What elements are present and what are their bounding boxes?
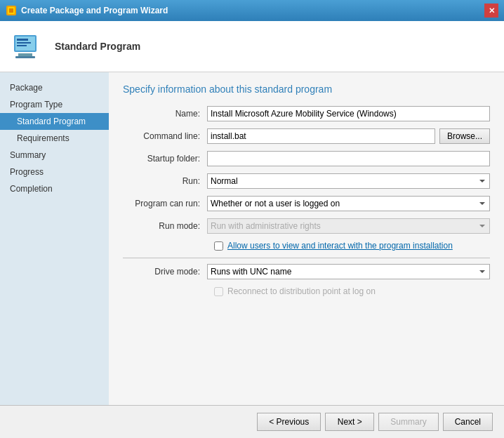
command-line-row: Command line: Browse... [123, 128, 490, 144]
drive-mode-control-wrap: Runs with UNC name Requires drive letter… [207, 264, 490, 279]
svg-rect-7 [17, 39, 28, 41]
browse-button[interactable]: Browse... [439, 128, 490, 144]
command-line-control-wrap: Browse... [207, 128, 490, 144]
reconnect-checkbox[interactable] [214, 287, 223, 296]
reconnect-label: Reconnect to distribution point at log o… [227, 286, 376, 296]
drive-mode-row: Drive mode: Runs with UNC name Requires … [123, 264, 490, 279]
wizard-header: Standard Program [0, 21, 504, 72]
svg-rect-8 [17, 42, 31, 44]
run-mode-label: Run mode: [123, 221, 207, 231]
wizard-footer: < Previous Next > Summary Cancel [0, 405, 504, 438]
wizard-body: Package Program Type Standard Program Re… [0, 72, 504, 405]
sidebar-item-requirements[interactable]: Requirements [0, 130, 109, 147]
section-title: Specify information about this standard … [123, 84, 490, 95]
form-divider [123, 258, 490, 258]
name-label: Name: [123, 109, 207, 119]
command-line-input[interactable] [207, 128, 435, 144]
startup-folder-control-wrap [207, 151, 490, 166]
next-button[interactable]: Next > [325, 413, 374, 431]
program-can-run-label: Program can run: [123, 199, 207, 208]
sidebar-item-package[interactable]: Package [0, 79, 109, 96]
startup-folder-row: Startup folder: [123, 151, 490, 166]
title-bar-text: Create Package and Program Wizard [21, 6, 168, 15]
name-input[interactable] [207, 106, 490, 121]
allow-checkbox-row: Allow users to view and interact with th… [214, 241, 490, 251]
sidebar-item-completion[interactable]: Completion [0, 180, 109, 197]
name-control-wrap [207, 106, 490, 121]
run-row: Run: Normal Minimized Maximized Hidden [123, 173, 490, 189]
sidebar-item-summary[interactable]: Summary [0, 147, 109, 164]
run-mode-select[interactable]: Run with administrative rights Run with … [207, 218, 490, 234]
program-can-run-control-wrap: Whether or not a user is logged on Only … [207, 196, 490, 211]
svg-rect-2 [9, 8, 13, 13]
startup-folder-label: Startup folder: [123, 154, 207, 164]
sidebar-item-standard-program[interactable]: Standard Program [0, 113, 109, 130]
startup-folder-input[interactable] [207, 151, 490, 166]
wizard-container: Standard Program Package Program Type St… [0, 21, 504, 438]
command-line-label: Command line: [123, 131, 207, 141]
run-select[interactable]: Normal Minimized Maximized Hidden [207, 173, 490, 189]
program-can-run-row: Program can run: Whether or not a user i… [123, 196, 490, 211]
close-button[interactable]: ✕ [484, 4, 498, 18]
main-content: Specify information about this standard … [109, 72, 504, 405]
summary-button[interactable]: Summary [378, 413, 438, 431]
cancel-button[interactable]: Cancel [443, 413, 493, 431]
run-mode-control-wrap: Run with administrative rights Run with … [207, 218, 490, 234]
allow-checkbox[interactable] [214, 241, 223, 251]
run-mode-row: Run mode: Run with administrative rights… [123, 218, 490, 234]
sidebar: Package Program Type Standard Program Re… [0, 72, 109, 405]
previous-button[interactable]: < Previous [257, 413, 321, 431]
program-can-run-select[interactable]: Whether or not a user is logged on Only … [207, 196, 490, 211]
run-label: Run: [123, 176, 207, 186]
sidebar-item-progress[interactable]: Progress [0, 164, 109, 180]
svg-rect-6 [15, 56, 35, 58]
svg-rect-9 [17, 45, 27, 46]
app-icon [6, 5, 17, 16]
title-bar: Create Package and Program Wizard ✕ [0, 0, 504, 21]
header-title: Standard Program [55, 41, 140, 52]
svg-rect-5 [18, 53, 32, 56]
drive-mode-label: Drive mode: [123, 267, 207, 277]
run-control-wrap: Normal Minimized Maximized Hidden [207, 173, 490, 189]
name-row: Name: [123, 106, 490, 121]
allow-checkbox-label: Allow users to view and interact with th… [227, 241, 453, 251]
reconnect-checkbox-row: Reconnect to distribution point at log o… [214, 286, 490, 296]
standard-program-icon [11, 29, 45, 63]
drive-mode-select[interactable]: Runs with UNC name Requires drive letter… [207, 264, 490, 279]
sidebar-item-program-type[interactable]: Program Type [0, 96, 109, 113]
